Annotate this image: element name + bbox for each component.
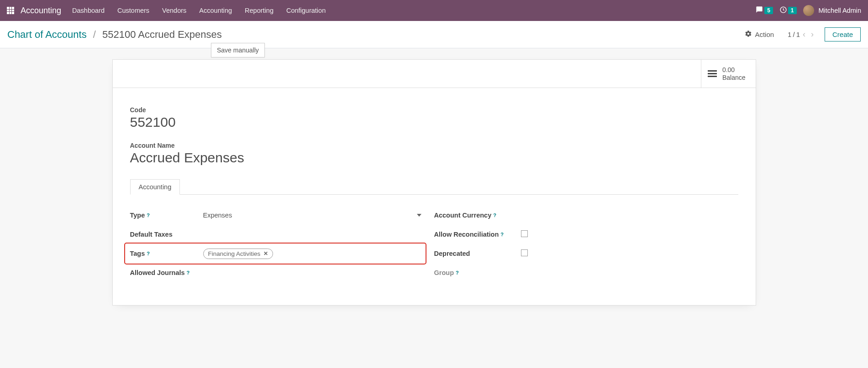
gear-icon [745, 30, 752, 39]
tab-accounting[interactable]: Accounting [130, 179, 180, 195]
messages-badge: 5 [764, 7, 773, 14]
default-taxes-label: Default Taxes [130, 231, 203, 238]
form-right-column: Account Currency ? Allow Reconciliation … [434, 206, 738, 282]
pager: 1 / 1 ‹ › [788, 30, 816, 39]
currency-label: Account Currency ? [434, 212, 521, 219]
activities-badge: 1 [788, 7, 797, 14]
pager-current[interactable]: 1 [788, 31, 791, 38]
allowed-journals-help-icon[interactable]: ? [187, 270, 190, 275]
name-label: Account Name [130, 142, 738, 149]
allowed-journals-label: Allowed Journals ? [130, 269, 203, 276]
allow-reconciliation-help-icon[interactable]: ? [500, 232, 504, 237]
action-label: Action [755, 31, 774, 38]
balance-label: Balance [722, 74, 746, 82]
code-label: Code [130, 106, 738, 114]
action-dropdown[interactable]: Action [745, 30, 774, 39]
group-label: Group ? [434, 269, 521, 276]
code-value[interactable]: 552100 [130, 114, 738, 130]
nav-dashboard[interactable]: Dashboard [72, 7, 105, 14]
tag-chip[interactable]: Financing Activities ✕ [203, 249, 274, 259]
tag-remove-icon[interactable]: ✕ [263, 250, 268, 257]
breadcrumb: Chart of Accounts / 552100 Accrued Expen… [7, 29, 222, 41]
type-select[interactable]: Expenses [203, 212, 425, 219]
type-label: Type ? [130, 212, 203, 219]
breadcrumb-root[interactable]: Chart of Accounts [7, 29, 87, 40]
balance-value: 0.00 [722, 66, 746, 74]
tag-chip-label: Financing Activities [208, 250, 261, 257]
chat-icon [755, 6, 763, 15]
nav-configuration[interactable]: Configuration [286, 7, 326, 14]
nav-accounting[interactable]: Accounting [199, 7, 232, 14]
apps-icon[interactable] [7, 7, 14, 14]
create-button[interactable]: Create [825, 27, 861, 41]
bars-icon [708, 70, 717, 77]
tags-field[interactable]: Financing Activities ✕ [203, 249, 421, 259]
currency-help-icon[interactable]: ? [493, 213, 496, 218]
pager-next-icon[interactable]: › [808, 30, 816, 39]
messages-button[interactable]: 5 [755, 6, 773, 15]
tabs: Accounting [130, 179, 738, 195]
activities-button[interactable]: 1 [779, 6, 797, 16]
deprecated-checkbox[interactable] [521, 249, 528, 256]
group-help-icon[interactable]: ? [456, 270, 459, 275]
deprecated-label: Deprecated [434, 250, 521, 257]
control-bar: Chart of Accounts / 552100 Accrued Expen… [0, 21, 868, 48]
content-area: 0.00 Balance Code 552100 Account Name Ac… [0, 48, 868, 316]
main-navbar: Accounting Dashboard Customers Vendors A… [0, 0, 868, 21]
type-help-icon[interactable]: ? [147, 213, 150, 218]
form-sheet: 0.00 Balance Code 552100 Account Name Ac… [112, 59, 756, 306]
tags-row-highlight: Tags ? Financing Activities ✕ [126, 244, 425, 263]
app-brand[interactable]: Accounting [21, 6, 61, 16]
form-left-column: Type ? Expenses Default Taxes Tags ? [130, 206, 434, 282]
avatar[interactable] [803, 5, 814, 16]
allow-reconciliation-label: Allow Reconciliation ? [434, 231, 521, 238]
pager-prev-icon[interactable]: ‹ [800, 30, 808, 39]
stat-bar: 0.00 Balance [113, 60, 756, 88]
tags-label: Tags ? [130, 250, 203, 257]
nav-customers[interactable]: Customers [117, 7, 149, 14]
allow-reconciliation-checkbox[interactable] [521, 230, 528, 237]
pager-total: 1 [796, 31, 800, 38]
balance-stat-button[interactable]: 0.00 Balance [701, 60, 756, 88]
tags-help-icon[interactable]: ? [147, 251, 150, 256]
name-value[interactable]: Accrued Expenses [130, 150, 738, 166]
breadcrumb-sep: / [93, 29, 96, 40]
breadcrumb-current: 552100 Accrued Expenses [102, 29, 222, 40]
username[interactable]: Mitchell Admin [819, 7, 861, 14]
save-tooltip: Save manually [211, 43, 265, 57]
clock-icon [779, 6, 787, 16]
nav-vendors[interactable]: Vendors [162, 7, 186, 14]
nav-reporting[interactable]: Reporting [245, 7, 274, 14]
